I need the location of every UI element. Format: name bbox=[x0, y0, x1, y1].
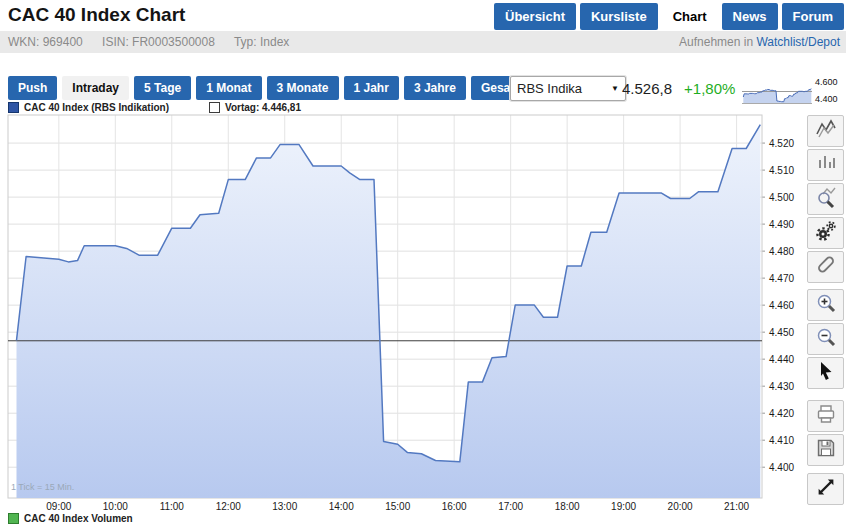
chart-settings-button[interactable] bbox=[807, 217, 844, 249]
watchlist-depot-link[interactable]: Watchlist/Depot bbox=[756, 35, 840, 49]
save-chart-button[interactable] bbox=[807, 434, 844, 466]
isin-label: ISIN: bbox=[102, 35, 129, 49]
svg-text:13:00: 13:00 bbox=[272, 501, 297, 512]
quote-display: 4.526,8+1,80% bbox=[622, 80, 735, 97]
legend-series[interactable]: CAC 40 Index (RBS Indikation) bbox=[8, 102, 169, 113]
wkn-value: 969400 bbox=[43, 35, 83, 49]
wkn-label: WKN: bbox=[8, 35, 39, 49]
svg-text:4.400: 4.400 bbox=[769, 462, 794, 473]
sparkline-high-label: 4.600 bbox=[815, 77, 838, 87]
print-icon bbox=[814, 402, 838, 430]
top-tabs: Übersicht Kursliste Chart News Forum bbox=[494, 3, 844, 30]
indicator-dropdown[interactable]: RBS Indika ▼ bbox=[510, 76, 626, 101]
range-toolbar: Push Intraday 5 Tage 1 Monat 3 Monate 1 … bbox=[8, 76, 535, 100]
svg-text:19:00: 19:00 bbox=[611, 501, 636, 512]
chart-zoom-tool-button[interactable] bbox=[807, 183, 844, 215]
fullscreen-button[interactable] bbox=[807, 473, 844, 505]
indicator-dropdown-value: RBS Indika bbox=[517, 81, 582, 96]
sparkline-low-label: 4.400 bbox=[815, 94, 838, 104]
isin-value: FR0003500008 bbox=[132, 35, 215, 49]
svg-text:4.410: 4.410 bbox=[769, 435, 794, 446]
svg-text:4.440: 4.440 bbox=[769, 354, 794, 365]
svg-text:4.470: 4.470 bbox=[769, 273, 794, 284]
chart-tools-toolbar bbox=[807, 115, 845, 507]
sparkline-svg bbox=[742, 79, 812, 104]
legend-previous-close-label: Vortag: 4.446,81 bbox=[225, 102, 301, 113]
svg-text:4.520: 4.520 bbox=[769, 138, 794, 149]
range-1-jahr-button[interactable]: 1 Jahr bbox=[344, 76, 399, 100]
tab-uebersicht[interactable]: Übersicht bbox=[494, 3, 576, 30]
mini-sparkline-chart bbox=[742, 79, 812, 104]
price-chart[interactable]: 4.4004.4104.4204.4304.4404.4504.4604.470… bbox=[0, 113, 800, 525]
typ-value: Index bbox=[260, 35, 289, 49]
svg-text:4.430: 4.430 bbox=[769, 381, 794, 392]
zoom-out-button[interactable] bbox=[807, 323, 844, 355]
print-chart-button[interactable] bbox=[807, 400, 844, 432]
watchlist-prefix: Aufnehmen in bbox=[679, 35, 756, 49]
svg-text:4.420: 4.420 bbox=[769, 408, 794, 419]
isin-pair: ISIN: FR0003500008 bbox=[102, 35, 215, 49]
save-icon bbox=[814, 436, 838, 464]
tab-news[interactable]: News bbox=[722, 3, 778, 30]
zoom-in-button[interactable] bbox=[807, 289, 844, 321]
svg-text:15:00: 15:00 bbox=[385, 501, 410, 512]
svg-text:4.510: 4.510 bbox=[769, 165, 794, 176]
line-chart-icon bbox=[814, 117, 838, 145]
svg-text:16:00: 16:00 bbox=[442, 501, 467, 512]
svg-text:11:00: 11:00 bbox=[160, 501, 185, 512]
tab-kursliste[interactable]: Kursliste bbox=[580, 3, 658, 30]
volume-swatch-icon bbox=[8, 513, 19, 524]
svg-text:14:00: 14:00 bbox=[329, 501, 354, 512]
tick-interval-note: 1 Tick = 15 Min. bbox=[11, 482, 74, 492]
watchlist-area: Aufnehmen in Watchlist/Depot bbox=[679, 31, 840, 53]
svg-text:4.480: 4.480 bbox=[769, 246, 794, 257]
previous-close-swatch-icon bbox=[209, 102, 220, 113]
range-1-monat-button[interactable]: 1 Monat bbox=[196, 76, 261, 100]
instrument-identifiers: WKN: 969400 ISIN: FR0003500008 Typ: Inde… bbox=[8, 35, 305, 49]
zoom-in-icon bbox=[814, 291, 838, 319]
svg-text:09:00: 09:00 bbox=[46, 501, 71, 512]
settings-gears-icon bbox=[814, 219, 838, 247]
volume-legend-label: CAC 40 Index Volumen bbox=[24, 513, 133, 524]
y-axis-labels: 4.4004.4104.4204.4304.4404.4504.4604.470… bbox=[762, 138, 794, 473]
svg-text:12:00: 12:00 bbox=[216, 501, 241, 512]
legend-previous-close[interactable]: Vortag: 4.446,81 bbox=[209, 102, 301, 113]
series-swatch-icon bbox=[8, 102, 19, 113]
svg-text:4.460: 4.460 bbox=[769, 300, 794, 311]
svg-text:4.490: 4.490 bbox=[769, 219, 794, 230]
last-price: 4.526,8 bbox=[622, 80, 672, 97]
svg-text:4.450: 4.450 bbox=[769, 327, 794, 338]
tab-chart[interactable]: Chart bbox=[662, 3, 718, 30]
expand-icon bbox=[814, 475, 838, 503]
zoom-out-icon bbox=[814, 325, 838, 353]
push-button[interactable]: Push bbox=[8, 76, 57, 100]
chart-zoom-icon bbox=[814, 185, 838, 213]
line-chart-type-button[interactable] bbox=[807, 115, 844, 147]
chevron-down-icon: ▼ bbox=[611, 84, 619, 93]
svg-text:10:00: 10:00 bbox=[103, 501, 128, 512]
typ-label: Typ: bbox=[234, 35, 257, 49]
x-axis-labels: 09:0010:0011:0012:0013:0014:0015:0016:00… bbox=[46, 501, 749, 512]
bar-chart-type-button[interactable] bbox=[807, 149, 844, 181]
cursor-tool-button[interactable] bbox=[807, 357, 844, 389]
legend-series-label: CAC 40 Index (RBS Indikation) bbox=[24, 102, 169, 113]
range-3-jahre-button[interactable]: 3 Jahre bbox=[404, 76, 466, 100]
tab-forum[interactable]: Forum bbox=[782, 3, 844, 30]
intraday-button[interactable]: Intraday bbox=[62, 76, 129, 100]
wkn-pair: WKN: 969400 bbox=[8, 35, 83, 49]
instrument-info-bar: WKN: 969400 ISIN: FR0003500008 Typ: Inde… bbox=[0, 31, 846, 53]
draw-tool-button[interactable] bbox=[807, 251, 844, 283]
range-5-tage-button[interactable]: 5 Tage bbox=[134, 76, 191, 100]
svg-text:20:00: 20:00 bbox=[668, 501, 693, 512]
svg-text:18:00: 18:00 bbox=[555, 501, 580, 512]
volume-legend[interactable]: CAC 40 Index Volumen bbox=[8, 513, 133, 524]
svg-text:21:00: 21:00 bbox=[724, 501, 749, 512]
range-3-monate-button[interactable]: 3 Monate bbox=[267, 76, 339, 100]
cursor-arrow-icon bbox=[814, 359, 838, 387]
page-title: CAC 40 Index Chart bbox=[8, 4, 185, 26]
typ-pair: Typ: Index bbox=[234, 35, 289, 49]
svg-text:4.500: 4.500 bbox=[769, 192, 794, 203]
draw-tool-icon bbox=[814, 253, 838, 281]
chart-legend-top: CAC 40 Index (RBS Indikation) Vortag: 4.… bbox=[8, 102, 301, 113]
svg-text:17:00: 17:00 bbox=[498, 501, 523, 512]
